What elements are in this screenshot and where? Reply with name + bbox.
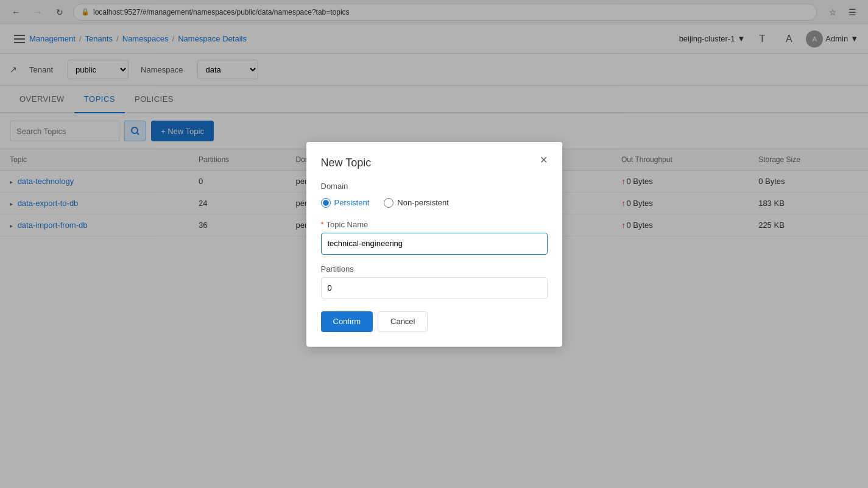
persistent-radio[interactable] xyxy=(321,198,331,208)
modal-close-button[interactable]: ✕ xyxy=(535,152,552,169)
partitions-input[interactable] xyxy=(321,277,548,299)
cancel-button[interactable]: Cancel xyxy=(378,311,428,332)
modal-title: New Topic xyxy=(321,157,548,169)
partitions-label-text: Partitions xyxy=(321,264,354,274)
domain-radio-group: Persistent Non-persistent xyxy=(321,198,548,208)
partitions-field-label: Partitions xyxy=(321,264,548,274)
domain-label: Domain xyxy=(321,182,548,191)
confirm-button[interactable]: Confirm xyxy=(321,311,373,332)
topic-name-required: * xyxy=(321,220,324,229)
topic-name-field-label: * Topic Name xyxy=(321,220,548,229)
non-persistent-label: Non-persistent xyxy=(397,198,449,207)
topic-name-label-text: Topic Name xyxy=(326,220,369,229)
modal-actions: Confirm Cancel xyxy=(321,311,548,332)
non-persistent-radio[interactable] xyxy=(384,198,393,208)
modal-overlay[interactable]: New Topic ✕ Domain Persistent Non-persis… xyxy=(0,0,868,488)
persistent-label: Persistent xyxy=(334,198,370,207)
topic-name-input[interactable] xyxy=(321,233,548,255)
new-topic-modal: New Topic ✕ Domain Persistent Non-persis… xyxy=(306,142,562,347)
persistent-radio-option[interactable]: Persistent xyxy=(321,198,370,208)
non-persistent-radio-option[interactable]: Non-persistent xyxy=(384,198,449,208)
